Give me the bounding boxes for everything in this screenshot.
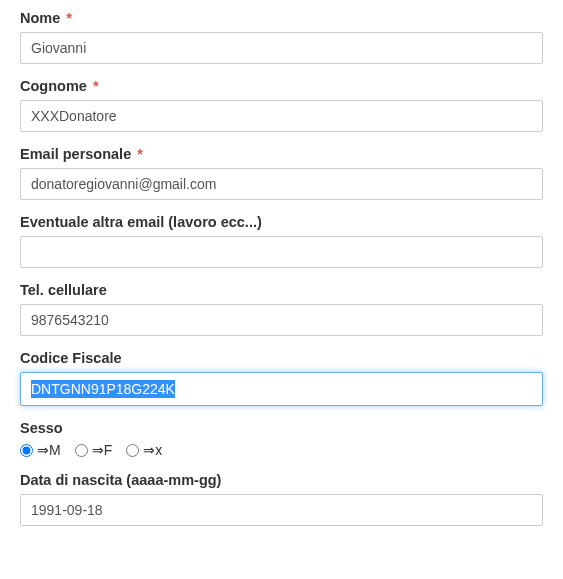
radio-item-x[interactable]: ⇒x: [126, 442, 162, 458]
input-cf[interactable]: DNTGNN91P18G224K: [20, 372, 543, 406]
required-marker: *: [137, 146, 143, 162]
radio-x-label: ⇒x: [143, 442, 162, 458]
label-tel-text: Tel. cellulare: [20, 282, 107, 298]
radio-group-sesso: ⇒M ⇒F ⇒x: [20, 442, 543, 458]
label-email-text: Email personale: [20, 146, 131, 162]
input-tel[interactable]: [20, 304, 543, 336]
radio-f[interactable]: [75, 444, 88, 457]
field-sesso: Sesso ⇒M ⇒F ⇒x: [20, 420, 543, 458]
label-cognome: Cognome *: [20, 78, 543, 94]
radio-x[interactable]: [126, 444, 139, 457]
field-tel: Tel. cellulare: [20, 282, 543, 336]
label-altra-email: Eventuale altra email (lavoro ecc...): [20, 214, 543, 230]
radio-item-f[interactable]: ⇒F: [75, 442, 113, 458]
label-cf-text: Codice Fiscale: [20, 350, 122, 366]
radio-m-label: ⇒M: [37, 442, 61, 458]
field-email: Email personale *: [20, 146, 543, 200]
input-cognome[interactable]: [20, 100, 543, 132]
label-email: Email personale *: [20, 146, 543, 162]
input-email[interactable]: [20, 168, 543, 200]
label-cognome-text: Cognome: [20, 78, 87, 94]
radio-m[interactable]: [20, 444, 33, 457]
label-cf: Codice Fiscale: [20, 350, 543, 366]
label-sesso-text: Sesso: [20, 420, 63, 436]
label-tel: Tel. cellulare: [20, 282, 543, 298]
input-cf-selection: DNTGNN91P18G224K: [31, 380, 175, 398]
radio-f-label: ⇒F: [92, 442, 113, 458]
label-nome-text: Nome: [20, 10, 60, 26]
input-altra-email[interactable]: [20, 236, 543, 268]
required-marker: *: [93, 78, 99, 94]
label-altra-email-text: Eventuale altra email (lavoro ecc...): [20, 214, 262, 230]
field-cognome: Cognome *: [20, 78, 543, 132]
field-altra-email: Eventuale altra email (lavoro ecc...): [20, 214, 543, 268]
radio-item-m[interactable]: ⇒M: [20, 442, 61, 458]
field-dob: Data di nascita (aaaa-mm-gg): [20, 472, 543, 526]
input-nome[interactable]: [20, 32, 543, 64]
required-marker: *: [66, 10, 72, 26]
input-dob[interactable]: [20, 494, 543, 526]
label-dob: Data di nascita (aaaa-mm-gg): [20, 472, 543, 488]
label-dob-text: Data di nascita (aaaa-mm-gg): [20, 472, 221, 488]
field-cf: Codice Fiscale DNTGNN91P18G224K: [20, 350, 543, 406]
label-sesso: Sesso: [20, 420, 543, 436]
field-nome: Nome *: [20, 10, 543, 64]
label-nome: Nome *: [20, 10, 543, 26]
